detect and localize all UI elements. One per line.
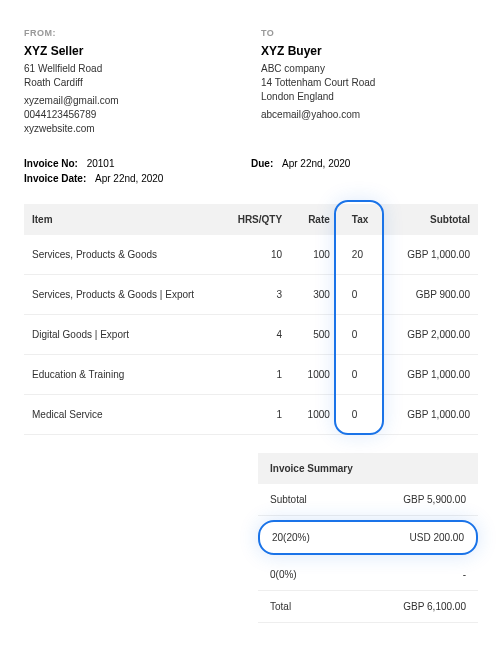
item-qty: 10 xyxy=(215,235,290,275)
item-subtotal: GBP 1,000.00 xyxy=(380,235,478,275)
buyer-company: ABC company xyxy=(261,62,478,76)
col-rate: Rate xyxy=(290,204,338,235)
table-row: Services, Products & Goods1010020GBP 1,0… xyxy=(24,235,478,275)
line-items-table: Item HRS/QTY Rate Tax Subtotal Services,… xyxy=(24,204,478,435)
col-qty: HRS/QTY xyxy=(215,204,290,235)
invoice-meta: Invoice No: 20101 Invoice Date: Apr 22nd… xyxy=(24,156,478,186)
seller-email: xyzemail@gmail.com xyxy=(24,94,241,108)
summary-tax0-row: 0(0%) - xyxy=(258,559,478,591)
table-header-row: Item HRS/QTY Rate Tax Subtotal xyxy=(24,204,478,235)
item-tax: 20 xyxy=(338,235,380,275)
seller-addr2: Roath Cardiff xyxy=(24,76,241,90)
col-tax: Tax xyxy=(338,204,380,235)
seller-web: xyzwebsite.com xyxy=(24,122,241,136)
item-qty: 1 xyxy=(215,395,290,435)
table-row: Digital Goods | Export45000GBP 2,000.00 xyxy=(24,315,478,355)
item-subtotal: GBP 1,000.00 xyxy=(380,355,478,395)
summary-subtotal-value: GBP 5,900.00 xyxy=(403,494,466,505)
item-subtotal: GBP 900.00 xyxy=(380,275,478,315)
item-rate: 1000 xyxy=(290,395,338,435)
item-name: Digital Goods | Export xyxy=(24,315,215,355)
table-row: Medical Service110000GBP 1,000.00 xyxy=(24,395,478,435)
buyer-addr1: 14 Tottenham Court Road xyxy=(261,76,478,90)
item-name: Services, Products & Goods xyxy=(24,235,215,275)
item-name: Education & Training xyxy=(24,355,215,395)
due-label: Due: xyxy=(251,156,273,171)
table-row: Services, Products & Goods | Export33000… xyxy=(24,275,478,315)
buyer-name: XYZ Buyer xyxy=(261,44,478,58)
invoice-no-label: Invoice No: xyxy=(24,156,78,171)
invoice-summary: Invoice Summary Subtotal GBP 5,900.00 20… xyxy=(258,453,478,623)
seller-phone: 0044123456789 xyxy=(24,108,241,122)
summary-subtotal-label: Subtotal xyxy=(270,494,307,505)
summary-title: Invoice Summary xyxy=(258,453,478,484)
item-qty: 1 xyxy=(215,355,290,395)
item-name: Services, Products & Goods | Export xyxy=(24,275,215,315)
item-subtotal: GBP 1,000.00 xyxy=(380,395,478,435)
summary-tax0-value: - xyxy=(463,569,466,580)
invoice-no: 20101 xyxy=(87,156,115,171)
table-row: Education & Training110000GBP 1,000.00 xyxy=(24,355,478,395)
seller-name: XYZ Seller xyxy=(24,44,241,58)
item-rate: 500 xyxy=(290,315,338,355)
seller-addr1: 61 Wellfield Road xyxy=(24,62,241,76)
header: FROM: XYZ Seller 61 Wellfield Road Roath… xyxy=(24,28,478,136)
col-subtotal: Subtotal xyxy=(380,204,478,235)
item-qty: 4 xyxy=(215,315,290,355)
item-rate: 1000 xyxy=(290,355,338,395)
summary-tax20-value: USD 200.00 xyxy=(410,532,464,543)
to-label: TO xyxy=(261,28,478,38)
buyer-addr2: London England xyxy=(261,90,478,104)
invoice-date-label: Invoice Date: xyxy=(24,171,86,186)
from-block: FROM: XYZ Seller 61 Wellfield Road Roath… xyxy=(24,28,241,136)
due-date: Apr 22nd, 2020 xyxy=(282,156,350,171)
item-tax: 0 xyxy=(338,355,380,395)
item-rate: 300 xyxy=(290,275,338,315)
item-tax: 0 xyxy=(338,315,380,355)
item-qty: 3 xyxy=(215,275,290,315)
col-item: Item xyxy=(24,204,215,235)
summary-total-value: GBP 6,100.00 xyxy=(403,601,466,612)
item-tax: 0 xyxy=(338,275,380,315)
summary-total-row: Total GBP 6,100.00 xyxy=(258,591,478,623)
summary-tax0-label: 0(0%) xyxy=(270,569,297,580)
to-block: TO XYZ Buyer ABC company 14 Tottenham Co… xyxy=(261,28,478,136)
summary-tax20-label: 20(20%) xyxy=(272,532,310,543)
item-subtotal: GBP 2,000.00 xyxy=(380,315,478,355)
item-tax: 0 xyxy=(338,395,380,435)
item-name: Medical Service xyxy=(24,395,215,435)
summary-total-label: Total xyxy=(270,601,291,612)
item-rate: 100 xyxy=(290,235,338,275)
from-label: FROM: xyxy=(24,28,241,38)
invoice-date: Apr 22nd, 2020 xyxy=(95,171,163,186)
summary-subtotal-row: Subtotal GBP 5,900.00 xyxy=(258,484,478,516)
summary-tax20-row: 20(20%) USD 200.00 xyxy=(258,520,478,555)
buyer-email: abcemail@yahoo.com xyxy=(261,108,478,122)
